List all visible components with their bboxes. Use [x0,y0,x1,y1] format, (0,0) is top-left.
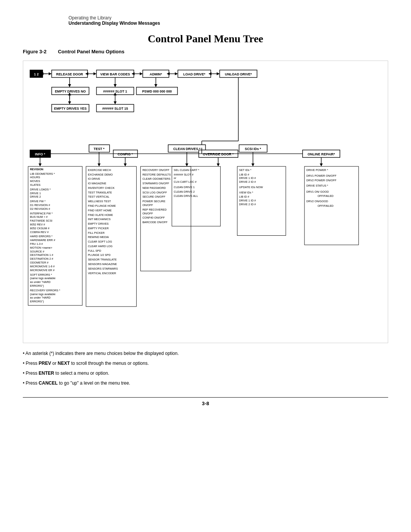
svg-text:D2 REVISION #: D2 REVISION # [30,207,51,211]
svg-text:WELLNESS TEST: WELLNESS TEST [88,200,111,203]
notes-section: • An asterisk (*) indicates there are me… [23,350,388,390]
svg-text:IO MAGAZINE: IO MAGAZINE [88,182,106,185]
figure-label: Figure 3-2 [23,49,46,54]
svg-text:CLEAR HARD LOG: CLEAR HARD LOG [88,244,113,248]
figure-title: Control Panel Menu Options [58,49,124,54]
svg-text:CLEAR SOFT LOG: CLEAR SOFT LOG [88,240,112,243]
svg-marker-84 [320,163,323,166]
svg-text:EXERCISE MECH: EXERCISE MECH [88,168,111,172]
svg-text:(same logs available: (same logs available [30,276,56,280]
svg-text:as under "HARD: as under "HARD [30,280,51,284]
svg-marker-72 [38,163,41,166]
svg-text:CLEAN DRIVE 2: CLEAN DRIVE 2 [174,190,195,193]
svg-text:EMPTY DRIVES  NO: EMPTY DRIVES NO [55,89,86,93]
svg-text:VERTICAL ENCODER: VERTICAL ENCODER [88,272,116,275]
svg-text:HARD ERRORS *: HARD ERRORS * [30,235,53,238]
svg-text:DRIVE 1 ID #: DRIVE 1 ID # [239,176,256,180]
svg-text:(same logs available: (same logs available [30,292,56,296]
svg-text:SCSI LOG ON/OFF: SCSI LOG ON/OFF [142,191,167,194]
svg-text:RECOVERY ON/OFF: RECOVERY ON/OFF [142,168,169,172]
svg-text:ODOMETER #: ODOMETER # [30,261,49,264]
svg-text:STARWARS ON/OFF: STARWARS ON/OFF [142,182,169,185]
note-item-asterisk: • An asterisk (*) indicates there are me… [23,350,388,357]
svg-text:HARDWARE ERR #: HARDWARE ERR # [30,238,56,242]
svg-marker-82 [217,163,220,166]
svg-marker-9 [94,72,97,75]
svg-text:FIND PLUNGE HOME: FIND PLUNGE HOME [88,204,116,208]
svg-text:EMPTY DRIVES YES: EMPTY DRIVES YES [54,107,87,110]
svg-text:MICROMOVE 1-6 #: MICROMOVE 1-6 # [30,265,55,268]
svg-text:OFF/FAILED: OFF/FAILED [317,204,333,208]
svg-text:SECURE ON/OFF: SECURE ON/OFF [142,195,166,198]
svg-text:PSWD 000 000 000: PSWD 000 000 000 [142,89,172,93]
note-item-cancel: • Press CANCEL to go "up" a level on the… [23,380,388,387]
svg-marker-39 [114,84,117,87]
svg-text:EXCHANGE DEMO: EXCHANGE DEMO [88,173,113,176]
svg-text:CLEAN DRIVE ALL: CLEAN DRIVE ALL [174,194,198,198]
svg-text:IO DRIVE: IO DRIVE [88,177,100,181]
svg-text:1  2: 1 2 [34,72,38,76]
svg-text:8052 REV #: 8052 REV # [30,223,46,226]
svg-text:VIEW BAR CODES: VIEW BAR CODES [100,72,130,76]
svg-text:REWIND MEDIA: REWIND MEDIA [88,235,109,239]
svg-text:LOAD DRIVE*: LOAD DRIVE* [183,72,206,76]
note-item-prev-next: • Press PREV or NEXT to scroll through t… [23,360,388,367]
svg-text:RECOVERY ERRORS *: RECOVERY ERRORS * [30,289,60,292]
svg-text:or: or [174,176,177,180]
svg-text:BUS NUM = #: BUS NUM = # [30,215,48,219]
svg-text:ON/OFF: ON/OFF [142,212,153,215]
svg-text:TEST TRANSLATE: TEST TRANSLATE [88,191,112,194]
svg-text:FAST/WIDE SCSI: FAST/WIDE SCSI [30,219,53,222]
diagram-svg: 1 2 RELEASE DOOR VIEW BAR CODES ADM [26,66,385,339]
svg-text:as under "HARD: as under "HARD [30,296,51,299]
svg-text:DRIVE 1: DRIVE 1 [30,192,41,195]
svg-text:DESTINATION 2 #: DESTINATION 2 # [30,257,54,260]
svg-text:SENSORS STARWARS: SENSORS STARWARS [88,267,118,270]
svg-text:BARCODE ON/OFF: BARCODE ON/OFF [142,220,168,224]
svg-text:CLN CART LOC #: CLN CART LOC # [174,180,197,184]
svg-text:LIB ID #: LIB ID # [239,195,249,198]
svg-text:SENSOR TRANSLATE: SENSOR TRANSLATE [88,258,117,261]
svg-text:CLEAN DRIVES *: CLEAN DRIVES * [173,147,201,151]
svg-text:HOURS: HOURS [30,176,40,179]
svg-text:FULL SPD: FULL SPD [88,249,101,252]
breadcrumb-line1: Operating the Library [68,15,388,21]
svg-text:SENSORS MAGAZINE: SENSORS MAGAZINE [88,262,117,266]
svg-text:LIB ODOMETERS *: LIB ODOMETERS * [30,172,55,176]
svg-text:ADMIN*: ADMIN* [150,72,162,76]
svg-text:INTERFACE FW *: INTERFACE FW * [30,212,53,215]
svg-text:RELEASE DOOR: RELEASE DOOR [56,72,83,76]
breadcrumb: Operating the Library Understanding Disp… [68,15,388,26]
svg-text:DRIVE 2 ID #: DRIVE 2 ID # [239,180,256,184]
svg-marker-24 [217,72,220,75]
svg-text:POWER SECURE: POWER SECURE [142,200,165,203]
svg-text:VIEW IDs *: VIEW IDs * [239,191,253,194]
note-item-enter: • Press ENTER to select a menu or option… [23,370,388,377]
svg-text:DRIVE 2: DRIVE 2 [30,195,41,198]
svg-text:ON/OFF: ON/OFF [142,203,153,207]
svg-text:SOURCE #: SOURCE # [30,250,45,253]
svg-text:DESTINATION 1 #: DESTINATION 1 # [30,253,54,257]
svg-text:######  SLOT   15: ###### SLOT 15 [102,107,128,110]
svg-text:DRIVE STATUS *: DRIVE STATUS * [306,184,328,187]
svg-text:8052 CKSUM #: 8052 CKSUM # [30,227,50,230]
svg-text:DRV2 POWER ON/OFF: DRV2 POWER ON/OFF [306,179,337,182]
svg-text:FRU 1-3 #: FRU 1-3 # [30,242,43,246]
svg-text:CONFIG *: CONFIG * [118,152,133,156]
svg-text:REP RECOVERED: REP RECOVERED [142,208,167,211]
svg-marker-29 [68,84,71,87]
svg-text:D1 REVISION #: D1 REVISION # [30,203,51,207]
svg-text:COBRA REV #: COBRA REV # [30,230,49,234]
svg-marker-14 [140,72,143,75]
svg-text:ONLINE REPAIR*: ONLINE REPAIR* [307,152,335,156]
svg-text:ERRORS"): ERRORS") [30,284,44,288]
svg-text:UPDATE IDs NOW: UPDATE IDs NOW [239,185,263,189]
svg-text:CONF40 ON/OFF: CONF40 ON/OFF [142,216,165,219]
svg-text:DRIVE LOADS *: DRIVE LOADS * [30,188,51,191]
svg-text:TEST VERTICAL: TEST VERTICAL [88,195,109,198]
svg-marker-48 [155,84,158,87]
page-title: Control Panel Menu Tree [23,33,388,45]
svg-text:EMPTY DRIVES: EMPTY DRIVES [88,222,109,225]
svg-text:LIB ID #: LIB ID # [239,173,249,176]
svg-text:DRV2 ON/GOOD: DRV2 ON/GOOD [306,200,328,203]
